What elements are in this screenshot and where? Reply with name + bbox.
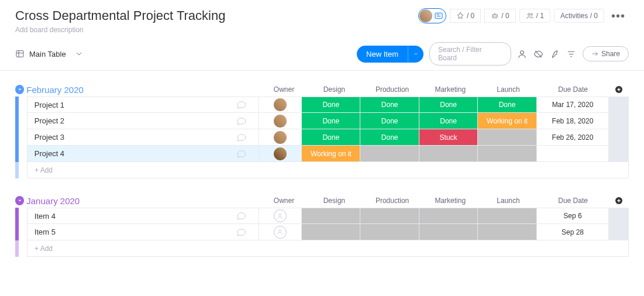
col-launch[interactable]: Launch bbox=[479, 82, 537, 97]
status-cell-production[interactable]: Done bbox=[360, 129, 418, 146]
item-name[interactable]: Project 4 bbox=[27, 146, 225, 162]
table-row[interactable]: Project 2 DoneDoneDoneWorking on itFeb 1… bbox=[15, 113, 629, 129]
col-owner[interactable]: Owner bbox=[263, 82, 305, 97]
status-cell-design[interactable] bbox=[301, 224, 360, 240]
status-cell-marketing[interactable] bbox=[419, 146, 477, 162]
status-cell-marketing[interactable]: Stuck bbox=[419, 129, 477, 146]
status-cell-launch[interactable] bbox=[477, 208, 536, 224]
chat-icon[interactable] bbox=[225, 146, 259, 162]
status-cell-marketing[interactable] bbox=[419, 224, 477, 240]
item-name[interactable]: Item 4 bbox=[27, 208, 225, 224]
status-cell-launch[interactable]: Working on it bbox=[477, 113, 536, 129]
add-item-label[interactable]: + Add bbox=[27, 162, 629, 178]
col-marketing[interactable]: Marketing bbox=[421, 82, 479, 97]
new-item-dropdown[interactable] bbox=[408, 46, 423, 63]
col-due-date[interactable]: Due Date bbox=[538, 194, 609, 208]
chat-icon[interactable] bbox=[225, 129, 259, 146]
add-column[interactable] bbox=[609, 194, 629, 208]
svg-rect-0 bbox=[435, 13, 442, 18]
board-header: Cross Departmental Project Tracking Add … bbox=[0, 0, 644, 37]
status-cell-production[interactable] bbox=[360, 224, 418, 240]
share-button[interactable]: Share bbox=[583, 46, 629, 61]
more-menu[interactable]: ••• bbox=[608, 9, 629, 23]
add-item-label[interactable]: + Add bbox=[27, 240, 629, 257]
board-title[interactable]: Cross Departmental Project Tracking bbox=[15, 8, 225, 23]
add-item-row[interactable]: + Add bbox=[15, 162, 629, 178]
owner-cell[interactable] bbox=[259, 208, 301, 224]
status-cell-design[interactable]: Working on it bbox=[301, 146, 360, 162]
person-filter-icon[interactable] bbox=[517, 49, 528, 59]
status-cell-production[interactable]: Done bbox=[360, 113, 418, 129]
owner-cell[interactable] bbox=[259, 224, 301, 240]
status-cell-launch[interactable] bbox=[477, 146, 536, 162]
status-cell-launch[interactable] bbox=[477, 129, 536, 146]
status-cell-launch[interactable]: Done bbox=[477, 97, 536, 113]
date-cell[interactable] bbox=[536, 146, 609, 162]
robot-icon bbox=[491, 12, 499, 20]
status-cell-production[interactable]: Done bbox=[360, 97, 418, 113]
status-cell-production[interactable] bbox=[360, 208, 418, 224]
row-stripe bbox=[15, 146, 19, 162]
date-cell[interactable]: Mar 17, 2020 bbox=[536, 97, 609, 113]
stat-automation[interactable]: / 0 bbox=[484, 9, 515, 23]
board-members-pill[interactable] bbox=[418, 8, 446, 23]
owner-cell[interactable] bbox=[259, 113, 301, 129]
col-production[interactable]: Production bbox=[363, 82, 421, 97]
chat-icon[interactable] bbox=[225, 97, 259, 113]
col-production[interactable]: Production bbox=[363, 194, 421, 208]
row-end bbox=[608, 97, 629, 113]
table-row[interactable]: Project 1 DoneDoneDoneDoneMar 17, 2020 bbox=[15, 97, 629, 113]
collapse-toggle[interactable] bbox=[15, 196, 24, 205]
owner-cell[interactable] bbox=[259, 146, 301, 162]
filter-icon[interactable] bbox=[566, 49, 577, 59]
col-owner[interactable]: Owner bbox=[263, 194, 305, 208]
add-column[interactable] bbox=[609, 82, 629, 97]
table-row[interactable]: Project 4 Working on it bbox=[15, 146, 629, 162]
avatar bbox=[274, 115, 287, 128]
chat-icon[interactable] bbox=[225, 208, 259, 224]
activities-button[interactable]: Activities / 0 bbox=[554, 9, 604, 23]
pin-icon[interactable] bbox=[550, 49, 560, 59]
hide-icon[interactable] bbox=[533, 49, 544, 59]
table-row[interactable]: Item 5 Sep 28 bbox=[15, 224, 629, 240]
date-cell[interactable]: Sep 6 bbox=[536, 208, 609, 224]
chat-icon[interactable] bbox=[225, 224, 259, 240]
view-selector[interactable]: Main Table bbox=[15, 49, 84, 58]
stat-pin[interactable]: / 0 bbox=[450, 9, 481, 23]
group-name[interactable]: February 2020 bbox=[26, 85, 263, 95]
collapse-toggle[interactable] bbox=[15, 85, 24, 94]
item-name[interactable]: Project 2 bbox=[27, 113, 225, 129]
col-marketing[interactable]: Marketing bbox=[421, 194, 479, 208]
date-cell[interactable]: Feb 26, 2020 bbox=[536, 129, 609, 146]
table-row[interactable]: Project 3 DoneDoneStuckFeb 26, 2020 bbox=[15, 129, 629, 146]
status-cell-marketing[interactable]: Done bbox=[419, 97, 477, 113]
status-cell-design[interactable]: Done bbox=[301, 97, 360, 113]
owner-cell[interactable] bbox=[259, 97, 301, 113]
status-cell-production[interactable] bbox=[360, 146, 418, 162]
status-cell-design[interactable] bbox=[301, 208, 360, 224]
new-item-button[interactable]: New Item bbox=[357, 46, 423, 63]
status-cell-marketing[interactable]: Done bbox=[419, 113, 477, 129]
col-launch[interactable]: Launch bbox=[479, 194, 537, 208]
col-due-date[interactable]: Due Date bbox=[538, 82, 609, 97]
date-cell[interactable]: Feb 18, 2020 bbox=[536, 113, 609, 129]
add-item-row[interactable]: + Add bbox=[15, 240, 629, 257]
status-cell-design[interactable]: Done bbox=[301, 129, 360, 146]
col-design[interactable]: Design bbox=[305, 82, 363, 97]
item-name[interactable]: Item 5 bbox=[27, 224, 225, 240]
board-description[interactable]: Add board description bbox=[15, 26, 225, 34]
chat-icon[interactable] bbox=[225, 113, 259, 129]
col-design[interactable]: Design bbox=[305, 194, 363, 208]
search-input[interactable]: Search / Filter Board bbox=[429, 42, 511, 66]
row-end bbox=[608, 146, 629, 162]
stat-members[interactable]: / 1 bbox=[519, 9, 550, 23]
status-cell-design[interactable]: Done bbox=[301, 113, 360, 129]
status-cell-launch[interactable] bbox=[477, 224, 536, 240]
item-name[interactable]: Project 3 bbox=[27, 129, 225, 146]
owner-cell[interactable] bbox=[259, 129, 301, 146]
date-cell[interactable]: Sep 28 bbox=[536, 224, 609, 240]
item-name[interactable]: Project 1 bbox=[27, 97, 225, 113]
status-cell-marketing[interactable] bbox=[419, 208, 477, 224]
table-row[interactable]: Item 4 Sep 6 bbox=[15, 208, 629, 224]
group-name[interactable]: January 2020 bbox=[26, 196, 263, 206]
